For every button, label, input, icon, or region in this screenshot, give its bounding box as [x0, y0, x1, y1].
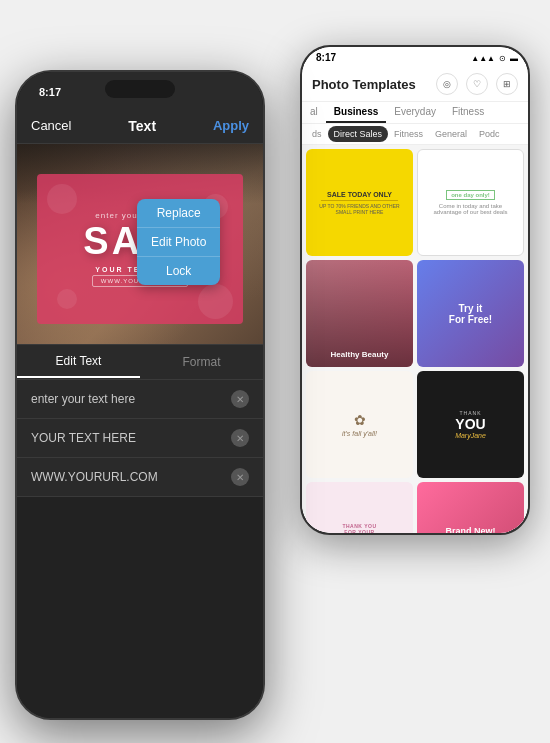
text-entry-1: enter your text here ✕: [17, 380, 263, 419]
front-time: 8:17: [39, 86, 61, 98]
one-day-text: Come in today and takeadvantage of our b…: [433, 203, 507, 215]
wreath-icon: ✿: [354, 412, 366, 428]
tab-edit-text[interactable]: Edit Text: [17, 346, 140, 378]
context-edit-photo[interactable]: Edit Photo: [137, 228, 220, 257]
text-entry-3: WWW.YOURURL.COM ✕: [17, 458, 263, 497]
subcategory-tabs: ds Direct Sales Fitness General Podc: [302, 124, 528, 145]
subtab-fitness[interactable]: Fitness: [388, 126, 429, 142]
text-entry-3-label[interactable]: WWW.YOURURL.COM: [31, 470, 158, 484]
text-entries-list: enter your text here ✕ YOUR TEXT HERE ✕ …: [17, 380, 263, 497]
camera-icon[interactable]: ◎: [436, 73, 458, 95]
template-sale-today[interactable]: sale today only UP TO 70% FRIENDS AND OT…: [306, 149, 413, 256]
back-battery: ▬: [510, 54, 518, 63]
text-entry-1-label[interactable]: enter your text here: [31, 392, 135, 406]
sale-title: sale today only: [327, 191, 392, 198]
back-signal: ▲▲▲: [471, 54, 495, 63]
front-phone: 8:17 Cancel Text Apply enter your text h…: [15, 70, 265, 720]
polka-dot-4: [198, 284, 233, 319]
text-entry-1-clear[interactable]: ✕: [231, 390, 249, 408]
tab-everyday[interactable]: Everyday: [386, 102, 444, 123]
image-canvas[interactable]: enter your text here SALE YOUR TEXT HERE…: [17, 144, 263, 344]
context-lock[interactable]: Lock: [137, 257, 220, 285]
photo-templates-title: Photo Templates: [312, 77, 416, 92]
context-replace[interactable]: Replace: [137, 199, 220, 228]
bottom-tabs: Edit Text Format: [17, 344, 263, 380]
template-thank-you[interactable]: THANK YOU MaryJane: [417, 371, 524, 478]
brand-title: Brand New!: [445, 526, 495, 533]
subtab-ds[interactable]: ds: [306, 126, 328, 142]
template-try-free[interactable]: Try itFor Free!: [417, 260, 524, 367]
wreath-text: it's fall y'all!: [342, 430, 377, 437]
text-entry-2-clear[interactable]: ✕: [231, 429, 249, 447]
tab-fitness[interactable]: Fitness: [444, 102, 492, 123]
beauty-title: Healthy Beauty: [306, 350, 413, 359]
subtab-podcast[interactable]: Podc: [473, 126, 506, 142]
subtab-general[interactable]: General: [429, 126, 473, 142]
back-phone: 8:17 ▲▲▲ ⊙ ▬ Photo Templates ◎ ♡ ⊞ al Bu…: [300, 45, 530, 535]
polka-dot-2: [57, 289, 77, 309]
text-entry-2-label[interactable]: YOUR TEXT HERE: [31, 431, 136, 445]
grid-icon[interactable]: ⊞: [496, 73, 518, 95]
phone-notch: [105, 80, 175, 98]
back-time: 8:17: [316, 52, 336, 63]
sale-subtitle: UP TO 70% FRIENDS AND OTHER SMALL PRINT …: [311, 203, 408, 215]
header-icons: ◎ ♡ ⊞: [436, 73, 518, 95]
subtab-direct-sales[interactable]: Direct Sales: [328, 126, 389, 142]
order-title: THANK YOUFOR YOURORDER: [342, 523, 376, 534]
template-order[interactable]: THANK YOUFOR YOURORDER Stephanie Marie: [306, 482, 413, 533]
text-mode-title: Text: [128, 118, 156, 134]
template-one-day[interactable]: one day only! Come in today and takeadva…: [417, 149, 524, 256]
template-grid: sale today only UP TO 70% FRIENDS AND OT…: [302, 145, 528, 533]
category-tabs: al Business Everyday Fitness: [302, 102, 528, 124]
cancel-button[interactable]: Cancel: [31, 118, 71, 133]
tab-business[interactable]: Business: [326, 102, 386, 123]
text-entry-3-clear[interactable]: ✕: [231, 468, 249, 486]
thank-you-script: MaryJane: [455, 432, 486, 439]
template-beauty[interactable]: Healthy Beauty: [306, 260, 413, 367]
try-free-title: Try itFor Free!: [449, 303, 492, 325]
text-entry-2: YOUR TEXT HERE ✕: [17, 419, 263, 458]
polka-dot-1: [47, 184, 77, 214]
heart-icon[interactable]: ♡: [466, 73, 488, 95]
back-phone-header: Photo Templates ◎ ♡ ⊞: [302, 69, 528, 102]
back-wifi: ⊙: [499, 54, 506, 63]
back-status-bar: 8:17 ▲▲▲ ⊙ ▬: [302, 47, 528, 69]
one-day-badge: one day only!: [446, 190, 495, 200]
thank-you-big: YOU: [455, 416, 485, 432]
template-wreath[interactable]: ✿ it's fall y'all!: [306, 371, 413, 478]
tab-format[interactable]: Format: [140, 347, 263, 377]
front-topbar: Cancel Text Apply: [17, 108, 263, 144]
context-menu: Replace Edit Photo Lock: [137, 199, 220, 285]
back-phone-screen: 8:17 ▲▲▲ ⊙ ▬ Photo Templates ◎ ♡ ⊞ al Bu…: [302, 47, 528, 533]
template-brand-new[interactable]: Brand New! Get the latest of the hottest…: [417, 482, 524, 533]
apply-button[interactable]: Apply: [213, 118, 249, 133]
tab-all[interactable]: al: [302, 102, 326, 123]
front-phone-screen: 8:17 Cancel Text Apply enter your text h…: [17, 72, 263, 718]
